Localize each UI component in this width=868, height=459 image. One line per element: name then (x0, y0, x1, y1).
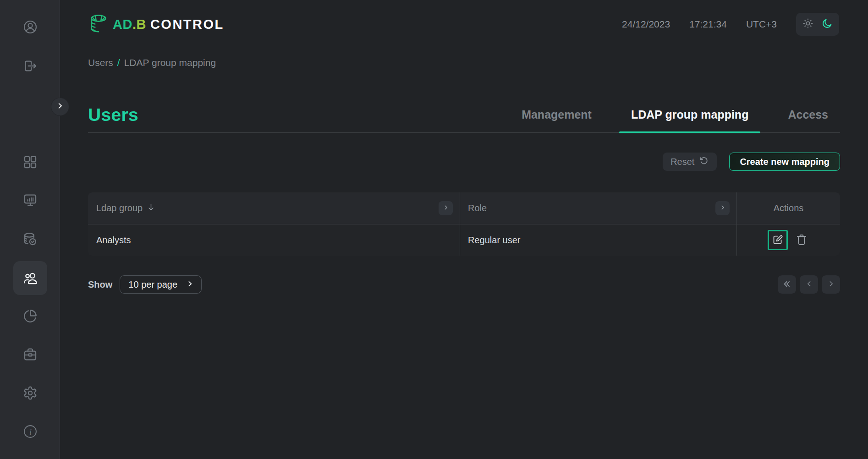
header-date: 24/12/2023 (622, 19, 670, 30)
dashboard-grid-icon (22, 154, 38, 170)
logo-text: AD.BCONTROL (113, 17, 224, 32)
app-root: i AD.BCONTROL (0, 0, 868, 459)
header-clock: 24/12/2023 17:21:34 UTC+3 (622, 13, 839, 36)
app-logo: AD.BCONTROL (88, 13, 224, 36)
logout-icon (22, 58, 38, 74)
create-new-mapping-label: Create new mapping (740, 157, 830, 167)
ldap-group-column-expand-button[interactable] (439, 201, 453, 215)
sidebar-item-info[interactable]: i (19, 421, 41, 443)
delete-mapping-button[interactable] (794, 232, 809, 248)
trash-icon (795, 233, 808, 248)
header-time: 17:21:34 (689, 19, 727, 30)
table-row: Analysts Regular user (88, 224, 840, 256)
table-header-row: Ldap group Role (88, 192, 840, 224)
role-column-expand-button[interactable] (715, 201, 730, 215)
tab-management[interactable]: Management (510, 97, 604, 132)
sidebar-item-reports[interactable] (19, 305, 41, 327)
edit-icon (772, 234, 784, 247)
logo-brand-suffix: CONTROL (150, 17, 224, 32)
light-theme-button[interactable] (800, 16, 816, 32)
cell-actions (736, 224, 840, 256)
briefcase-icon (22, 347, 38, 362)
sidebar-item-projects[interactable] (19, 344, 41, 366)
database-logo-icon (88, 13, 109, 36)
sidebar-item-profile[interactable] (19, 16, 41, 38)
edit-mapping-button[interactable] (768, 230, 788, 250)
page-size-value: 10 per page (128, 279, 177, 290)
row-actions (768, 230, 809, 250)
ldap-group-header-label: Ldap group (96, 203, 143, 213)
chevron-right-icon (827, 280, 835, 289)
logo-brand-secondary: .B (132, 17, 146, 32)
sidebar: i (0, 0, 60, 459)
toolbar: Reset Create new mapping (663, 153, 840, 171)
role-header-label-wrap: Role (468, 203, 715, 213)
reset-button[interactable]: Reset (663, 153, 717, 171)
column-header-ldap-group: Ldap group (88, 192, 460, 224)
pagination-next-button[interactable] (822, 275, 840, 294)
tabs: Management LDAP group mapping Access (510, 97, 840, 132)
chevron-right-icon (56, 102, 64, 112)
pagination-first-page-button[interactable] (778, 275, 796, 294)
sidebar-item-dashboard[interactable] (19, 151, 41, 173)
sort-descending-icon (147, 203, 155, 214)
show-label: Show (88, 279, 112, 290)
sidebar-item-users[interactable] (19, 267, 41, 289)
actions-header-label: Actions (774, 203, 804, 213)
users-icon (22, 270, 38, 286)
column-header-actions: Actions (736, 192, 840, 224)
breadcrumb: Users / LDAP group mapping (88, 57, 216, 68)
role-header-label: Role (468, 203, 487, 213)
sidebar-expand-button[interactable] (51, 98, 69, 115)
pie-chart-icon (22, 308, 38, 324)
sidebar-item-settings[interactable] (19, 382, 41, 404)
user-profile-icon (22, 19, 38, 35)
reset-button-label: Reset (670, 157, 694, 167)
main-area: AD.BCONTROL 24/12/2023 17:21:34 UTC+3 (60, 0, 868, 459)
sidebar-item-database[interactable] (19, 229, 41, 251)
page-title: Users (88, 105, 138, 125)
dark-theme-button[interactable] (819, 16, 835, 32)
logo-brand-primary: AD (113, 17, 132, 32)
column-header-role: Role (460, 192, 736, 224)
breadcrumb-root[interactable]: Users (88, 57, 113, 68)
sidebar-item-monitoring[interactable] (19, 189, 41, 211)
pagination (778, 275, 840, 294)
tab-ldap-group-mapping[interactable]: LDAP group mapping (619, 97, 760, 132)
tab-access[interactable]: Access (776, 97, 840, 132)
pagination-previous-button[interactable] (800, 275, 818, 294)
create-new-mapping-button[interactable]: Create new mapping (729, 153, 840, 171)
chevron-right-icon (720, 204, 726, 212)
header-timezone: UTC+3 (746, 19, 777, 30)
ldap-mapping-table: Ldap group Role (88, 192, 840, 256)
breadcrumb-separator: / (117, 57, 120, 68)
page-size-select[interactable]: 10 per page (120, 275, 202, 294)
rotate-ccw-icon (699, 156, 709, 168)
breadcrumb-current: LDAP group mapping (124, 57, 216, 68)
moon-icon (821, 17, 833, 32)
page-size-group: Show 10 per page (88, 275, 202, 294)
chevron-right-icon (186, 279, 194, 290)
sun-icon (802, 17, 814, 32)
sidebar-item-logout[interactable] (19, 55, 41, 77)
svg-text:i: i (29, 427, 32, 437)
section-head: Users Management LDAP group mapping Acce… (88, 97, 840, 133)
role-value: Regular user (468, 235, 521, 246)
theme-toggle (796, 13, 839, 36)
ldap-group-sort-control[interactable]: Ldap group (96, 203, 439, 214)
monitor-chart-icon (22, 192, 38, 208)
chevron-left-icon (805, 280, 813, 289)
cell-role: Regular user (460, 224, 736, 256)
chevrons-left-icon (782, 279, 791, 290)
ldap-group-value: Analysts (96, 235, 131, 246)
info-icon: i (22, 423, 38, 440)
database-check-icon (22, 232, 38, 247)
chevron-right-icon (443, 204, 449, 212)
table-footer: Show 10 per page (88, 275, 840, 294)
settings-gear-icon (22, 385, 38, 401)
cell-ldap-group: Analysts (88, 224, 460, 256)
